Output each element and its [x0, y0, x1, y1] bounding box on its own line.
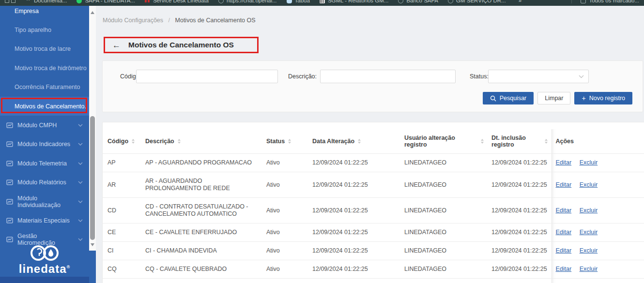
- chevron-down-icon: [78, 238, 83, 241]
- cell-acoes: Editar Excluir: [552, 260, 644, 279]
- sidebar-scrollbar[interactable]: [89, 6, 96, 251]
- column-header[interactable]: Data Alteração: [308, 129, 400, 154]
- table-row: AP AP - AGUARDANDO PROGRAMACAO Ativo 12/…: [103, 154, 644, 172]
- cell-dt-inclusao: 12/09/2024 01:22:25: [488, 242, 552, 260]
- browser-bookmarks-bar: ^ Documenta... SAPA - LINEDATA... Servic…: [0, 0, 644, 6]
- dots-red-icon: [145, 0, 150, 3]
- cell-usuario: LINEDATAGEO: [400, 260, 488, 279]
- module-icon: [6, 179, 13, 186]
- bookmark-item[interactable]: SAPA - LINEDATA...: [77, 0, 135, 3]
- module-icon: [6, 160, 13, 167]
- bookmark-item[interactable]: Banco SAPA: [398, 0, 438, 3]
- window-tiles-icon: [5, 0, 15, 3]
- chevron-down-icon: [78, 200, 83, 203]
- edit-link[interactable]: Editar: [556, 181, 572, 188]
- sidebar-module-4[interactable]: Módulo Individualização: [0, 192, 89, 211]
- column-header: Ações: [552, 129, 644, 154]
- cell-status: Ativo: [262, 260, 308, 279]
- column-header[interactable]: Dt. inclusão registro: [488, 129, 552, 154]
- breadcrumb-parent[interactable]: Módulo Configurações: [103, 17, 163, 24]
- status-label: Status:: [470, 73, 489, 80]
- scrollbar-thumb[interactable]: [90, 116, 95, 240]
- delete-link[interactable]: Excluir: [580, 207, 598, 214]
- sidebar-module-1[interactable]: Módulo Indicadores: [0, 135, 89, 154]
- delete-link[interactable]: Excluir: [580, 266, 598, 272]
- table-row: CX CX - CX. FORA DO PADRAO SANASA Ativo …: [103, 279, 644, 283]
- cell-usuario: LINEDATAGEO: [400, 279, 488, 283]
- sidebar-item-1[interactable]: Tipo aparelho: [0, 20, 89, 39]
- sidebar-item-0[interactable]: Empresa: [0, 6, 89, 20]
- cell-codigo: AR: [103, 172, 141, 198]
- cell-dt-inclusao: 12/09/2024 01:22:25: [488, 223, 552, 242]
- sidebar-bottom-strip: [0, 277, 89, 283]
- filter-panel: Código: Descrição: Status: Pesquisar Lim…: [102, 60, 643, 112]
- codigo-input[interactable]: [136, 70, 278, 83]
- column-header[interactable]: Código: [103, 129, 141, 154]
- cell-acoes: Editar Excluir: [552, 223, 644, 242]
- sort-icon: [132, 139, 135, 144]
- sidebar-item-3[interactable]: Motivo troca de hidrômetro: [0, 59, 89, 77]
- breadcrumb-current: Motivos de Cancelamento OS: [175, 17, 256, 24]
- delete-link[interactable]: Excluir: [580, 159, 598, 166]
- sidebar-module-5[interactable]: Materiais Especiais: [0, 211, 89, 230]
- scroll-down-arrow-icon[interactable]: [89, 241, 96, 249]
- sidebar-item-2[interactable]: Motivo troca de lacre: [0, 40, 89, 59]
- sidebar-module-3[interactable]: Módulo Relatórios: [0, 173, 89, 192]
- module-icon: [6, 122, 13, 129]
- sidebar-item-4[interactable]: Ocorrência Faturamento: [0, 78, 89, 97]
- status-select[interactable]: [488, 70, 589, 83]
- column-header[interactable]: Status: [262, 129, 308, 154]
- bookmark-item[interactable]: GM SERVIÇO DR...: [448, 0, 506, 3]
- search-button[interactable]: Pesquisar: [483, 92, 534, 104]
- cell-descricao: AR - AGUARDANDO PROLONGAMENTO DE REDE: [141, 172, 262, 198]
- module-icon: [6, 217, 13, 224]
- cell-dt-inclusao: 12/09/2024 01:22:25: [488, 172, 552, 198]
- sidebar-module-2[interactable]: Módulo Telemetria: [0, 154, 89, 173]
- sort-icon: [288, 139, 291, 144]
- back-button[interactable]: ←: [112, 41, 121, 49]
- bookmark-item[interactable]: »: [516, 0, 521, 3]
- table-row: CI CI - CHAMADA INDEVIDA Ativo 12/09/202…: [103, 242, 644, 260]
- module-icon: [6, 141, 13, 148]
- sidebar-module-0[interactable]: Módulo CMPH: [0, 116, 89, 134]
- cell-status: Ativo: [262, 279, 308, 283]
- globe-icon: [398, 0, 403, 3]
- clear-button[interactable]: Limpar: [537, 92, 570, 104]
- descricao-input[interactable]: [320, 70, 456, 83]
- descricao-label: Descrição:: [288, 73, 317, 80]
- sort-icon: [358, 139, 361, 144]
- bookmark-item[interactable]: SGML - Relatórios GM...: [320, 0, 388, 3]
- delete-link[interactable]: Excluir: [580, 247, 598, 254]
- delete-link[interactable]: Excluir: [580, 181, 598, 188]
- edit-link[interactable]: Editar: [556, 159, 572, 166]
- sidebar: EmpresaTipo aparelhoMotivo troca de lacr…: [0, 6, 96, 283]
- chevron-down-icon: [579, 75, 584, 78]
- scroll-up-arrow-icon[interactable]: [89, 9, 96, 16]
- chevron-down-icon: [78, 143, 83, 146]
- bookmark-item[interactable]: Tabua: [287, 0, 310, 3]
- cell-data-alteracao: 12/09/2024 01:22:25: [308, 172, 400, 198]
- column-header[interactable]: Descrição: [141, 129, 262, 154]
- edit-link[interactable]: Editar: [556, 247, 572, 254]
- cell-descricao: CI - CHAMADA INDEVIDA: [141, 242, 262, 260]
- cell-dt-inclusao: 12/09/2024 01:22:25: [488, 260, 552, 279]
- edit-link[interactable]: Editar: [556, 207, 572, 214]
- new-record-button[interactable]: + Novo registro: [574, 92, 632, 104]
- cell-codigo: CE: [103, 223, 141, 242]
- cell-data-alteracao: 12/09/2024 01:22:25: [308, 279, 400, 283]
- cell-status: Ativo: [262, 172, 308, 198]
- linedata-logo: linedata®: [0, 243, 89, 277]
- delete-link[interactable]: Excluir: [580, 229, 598, 236]
- edit-link[interactable]: Editar: [556, 266, 572, 272]
- edit-link[interactable]: Editar: [556, 229, 572, 236]
- cell-codigo: AP: [103, 154, 141, 172]
- bookmark-item[interactable]: https://chat.openai...: [218, 0, 277, 3]
- sort-icon: [545, 139, 548, 144]
- column-header[interactable]: Usuário alteração registro: [400, 129, 488, 154]
- cell-dt-inclusao: 12/09/2024 01:22:25: [488, 154, 552, 172]
- sidebar-item-5[interactable]: Motivos de Cancelamento.: [0, 97, 89, 116]
- bookmark-item[interactable]: ^ Documenta...: [25, 0, 67, 3]
- bookmark-item[interactable]: Service Desk Linedata: [145, 0, 209, 3]
- bookmark-item[interactable]: Todos os marcado...: [571, 0, 639, 3]
- cell-usuario: LINEDATAGEO: [400, 172, 488, 198]
